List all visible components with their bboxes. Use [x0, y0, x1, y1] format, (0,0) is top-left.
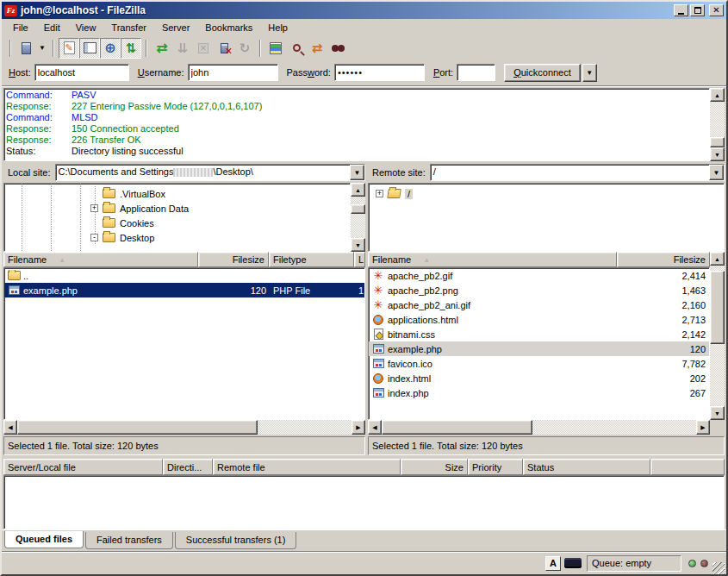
toggle-queue-button[interactable]: ⇅ — [121, 38, 141, 59]
column-filesize[interactable]: Filesize — [617, 252, 710, 267]
remote-list-scrollbar[interactable]: ▲ ▼ — [710, 252, 725, 420]
column-filename[interactable]: Filename▲ — [368, 252, 617, 267]
scroll-left-icon[interactable]: ◀ — [3, 420, 17, 435]
tab-queued-files[interactable]: Queued files — [4, 531, 84, 548]
menu-server[interactable]: Server — [154, 21, 197, 34]
file-row-parent-dir[interactable]: .. — [4, 268, 364, 283]
file-row[interactable]: favicon.ico 7,782 — [369, 356, 709, 371]
minimize-button[interactable] — [674, 4, 688, 16]
file-row[interactable]: ✳apache_pb2_ani.gif 2,160 — [369, 297, 709, 312]
disconnect-button[interactable]: ✕ — [214, 38, 234, 59]
close-button[interactable]: ✕ — [709, 4, 724, 16]
file-row[interactable]: bitnami.css 2,142 — [369, 327, 709, 341]
scroll-right-icon[interactable]: ▶ — [696, 420, 710, 435]
column-status[interactable]: Status — [523, 459, 650, 475]
column-priority[interactable]: Priority — [468, 459, 523, 475]
apache-file-icon: ✳ — [374, 285, 383, 296]
filter-button[interactable] — [265, 38, 286, 59]
column-remote-file[interactable]: Remote file — [213, 459, 401, 475]
tree-item-root[interactable]: + / — [369, 186, 724, 201]
site-manager-button[interactable] — [16, 38, 36, 59]
menu-transfer[interactable]: Transfer — [103, 21, 154, 34]
reconnect-icon: ↻ — [240, 41, 251, 54]
scrollbar-thumb[interactable] — [710, 137, 725, 147]
username-input[interactable] — [188, 64, 278, 81]
tab-failed-transfers[interactable]: Failed transfers — [85, 532, 173, 549]
tree-item-application-data[interactable]: + Application Data — [4, 201, 350, 216]
scroll-down-icon[interactable]: ▼ — [710, 147, 725, 161]
remote-site-combo[interactable]: / ▼ — [430, 164, 725, 181]
column-last-modified[interactable]: L — [354, 252, 365, 267]
quickconnect-dropdown[interactable]: ▼ — [582, 64, 597, 82]
column-filetype[interactable]: Filetype — [269, 252, 354, 267]
maximize-button[interactable] — [690, 4, 705, 16]
menu-edit[interactable]: Edit — [36, 21, 68, 34]
file-row[interactable]: ✳apache_pb2.gif 2,414 — [369, 268, 709, 283]
menu-view[interactable]: View — [68, 21, 104, 34]
column-direction[interactable]: Directi... — [163, 459, 213, 475]
queue-header: Server/Local file Directi... Remote file… — [3, 459, 725, 475]
quickconnect-button[interactable]: Quickconnect — [504, 64, 581, 82]
file-row[interactable]: index.html 202 — [369, 371, 709, 385]
scroll-up-icon[interactable]: ▲ — [710, 252, 725, 266]
expand-icon[interactable]: + — [376, 190, 383, 197]
host-input[interactable] — [34, 64, 129, 81]
scroll-down-icon[interactable]: ▼ — [710, 406, 725, 420]
file-row[interactable]: index.php 267 — [369, 385, 709, 400]
find-button[interactable] — [327, 38, 348, 59]
menu-help[interactable]: Help — [260, 21, 296, 34]
process-queue-button[interactable]: ⇊ — [172, 38, 193, 59]
menu-file[interactable]: File — [5, 21, 36, 34]
column-server-local-file[interactable]: Server/Local file — [3, 459, 163, 475]
reconnect-button[interactable]: ↻ — [234, 38, 255, 59]
scroll-down-icon[interactable]: ▼ — [351, 238, 365, 252]
tab-successful-transfers[interactable]: Successful transfers (1) — [175, 532, 297, 549]
menu-bookmarks[interactable]: Bookmarks — [197, 21, 260, 34]
sync-browse-button[interactable]: ⇄ — [307, 38, 327, 59]
site-manager-dropdown[interactable]: ▼ — [36, 38, 48, 59]
remote-site-dropdown[interactable]: ▼ — [709, 165, 724, 180]
log-scrollbar[interactable]: ▲ ▼ — [710, 88, 725, 161]
html-file-icon — [373, 315, 383, 325]
toggle-remote-tree-button[interactable]: ⊕ — [100, 38, 121, 59]
scroll-right-icon[interactable]: ▶ — [352, 420, 365, 435]
local-site-dropdown[interactable]: ▼ — [350, 165, 364, 180]
refresh-button[interactable]: ⇄ — [152, 38, 172, 59]
indicator-badge-icon[interactable] — [564, 558, 582, 568]
scrollbar-thumb[interactable] — [710, 271, 725, 344]
column-filesize[interactable]: Filesize — [198, 252, 269, 267]
filter-icon — [270, 42, 282, 54]
scroll-left-icon[interactable]: ◀ — [368, 420, 382, 435]
local-tree-scrollbar[interactable]: ▲ ▼ — [351, 183, 365, 252]
file-row-example-php[interactable]: example.php 120 — [369, 341, 709, 356]
remote-hscrollbar[interactable]: ◀ ▶ — [368, 420, 725, 435]
expand-icon[interactable]: + — [90, 204, 98, 212]
compare-button[interactable] — [286, 38, 307, 59]
site-manager-icon — [22, 42, 31, 54]
port-input[interactable] — [457, 64, 495, 81]
scroll-up-icon[interactable]: ▲ — [351, 183, 365, 197]
log-line: Command:MLSD — [6, 112, 707, 123]
tree-item-virtualbox[interactable]: .VirtualBox — [4, 186, 350, 201]
file-row[interactable]: applications.html 2,713 — [369, 312, 709, 327]
scrollbar-thumb[interactable] — [17, 420, 258, 435]
file-row[interactable]: ✳apache_pb2.png 1,463 — [369, 283, 709, 297]
password-input[interactable] — [334, 64, 425, 81]
remote-site-label: Remote site: — [368, 167, 430, 178]
column-filename[interactable]: Filename▲ — [3, 252, 198, 267]
tree-item-cookies[interactable]: Cookies — [4, 216, 350, 230]
file-row-example-php[interactable]: example.php 120 PHP File 1 — [4, 283, 364, 297]
tree-item-desktop[interactable]: - Desktop — [4, 230, 350, 245]
collapse-icon[interactable]: - — [90, 234, 98, 241]
toggle-log-button[interactable]: ✎ — [59, 38, 79, 59]
resize-grip[interactable] — [712, 562, 725, 574]
cancel-button[interactable]: ✕ — [193, 38, 214, 59]
local-site-combo[interactable]: C:\Documents and Settings\Desktop\ ▼ — [55, 164, 365, 181]
local-hscrollbar[interactable]: ◀ ▶ — [3, 420, 365, 435]
scroll-up-icon[interactable]: ▲ — [710, 88, 725, 102]
scrollbar-thumb[interactable] — [382, 420, 532, 435]
column-size[interactable]: Size — [401, 459, 468, 475]
ascii-datatype-icon[interactable]: A — [545, 556, 561, 571]
toggle-local-tree-button[interactable] — [79, 38, 100, 59]
scrollbar-thumb[interactable] — [351, 204, 365, 214]
